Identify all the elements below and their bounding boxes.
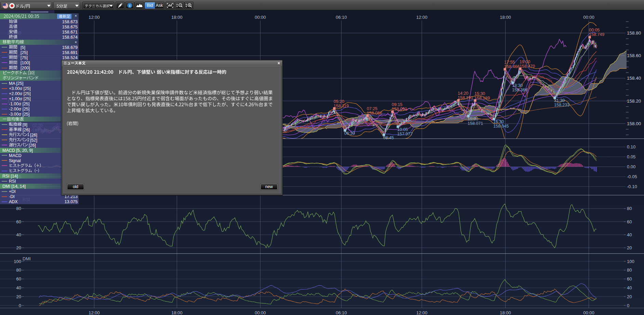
svg-text:158.045: 158.045	[493, 124, 509, 129]
svg-text:12:00: 12:00	[89, 310, 100, 315]
svg-text:40: 40	[627, 232, 632, 237]
svg-text:158.466: 158.466	[504, 64, 520, 69]
svg-text:10:05: 10:05	[397, 127, 408, 132]
svg-text:00:00: 00:00	[255, 310, 266, 315]
svg-text:40: 40	[627, 285, 632, 290]
svg-text:15:30: 15:30	[474, 91, 485, 96]
svg-text:0: 0	[627, 303, 629, 308]
svg-text:158.233: 158.233	[554, 103, 569, 107]
svg-text:158.80: 158.80	[627, 30, 641, 36]
svg-text:80: 80	[16, 267, 21, 273]
svg-text:18:00: 18:00	[171, 310, 183, 315]
svg-text:12:00: 12:00	[416, 15, 428, 20]
svg-text:158.366: 158.366	[512, 88, 527, 92]
svg-text:18:00: 18:00	[500, 310, 511, 315]
svg-text:158.00: 158.00	[627, 121, 641, 126]
svg-text:40: 40	[16, 285, 21, 290]
svg-text:06:20: 06:20	[344, 131, 355, 136]
svg-text:158.056: 158.056	[367, 111, 382, 116]
svg-text:00:00: 00:00	[583, 310, 594, 315]
svg-text:06:10: 06:10	[336, 15, 347, 20]
svg-text:06:10: 06:10	[336, 310, 347, 315]
svg-text:i: i	[129, 3, 130, 8]
svg-text:18:30: 18:30	[512, 83, 523, 88]
svg-text:60: 60	[627, 219, 632, 224]
svg-text:60: 60	[16, 276, 21, 281]
svg-text:20: 20	[627, 294, 632, 299]
svg-text:0: 0	[19, 303, 21, 308]
svg-text:00:00: 00:00	[255, 15, 266, 20]
svg-text:00:00: 00:00	[583, 15, 594, 20]
svg-text:80: 80	[627, 206, 632, 211]
svg-text:17:55: 17:55	[504, 60, 515, 65]
svg-text:08:45: 08:45	[383, 135, 394, 140]
svg-text:158.119: 158.119	[334, 104, 349, 108]
svg-text:18:00: 18:00	[171, 15, 183, 20]
svg-text:158.091: 158.091	[392, 107, 407, 111]
svg-text:20: 20	[16, 294, 21, 299]
svg-text:12:00: 12:00	[89, 15, 100, 20]
svg-text:05:20: 05:20	[334, 99, 344, 104]
svg-text:00:05: 00:05	[589, 28, 600, 32]
svg-text:158.60: 158.60	[627, 53, 641, 58]
svg-text:09:15: 09:15	[392, 102, 402, 107]
svg-text:158.749: 158.749	[589, 32, 604, 37]
svg-text:158.191: 158.191	[458, 95, 473, 100]
svg-text:20: 20	[16, 245, 21, 250]
svg-text:158.470: 158.470	[520, 64, 535, 69]
svg-text:16:30: 16:30	[493, 119, 504, 124]
svg-text:158.20: 158.20	[627, 99, 641, 104]
svg-text:157.977: 157.977	[397, 132, 413, 136]
svg-text:-0.10: -0.10	[627, 184, 637, 189]
svg-text:60: 60	[627, 276, 632, 281]
svg-text:14:20: 14:20	[458, 91, 468, 96]
svg-text:158.189: 158.189	[474, 96, 490, 101]
svg-text:DMI: DMI	[23, 256, 31, 261]
svg-text:80: 80	[627, 267, 632, 273]
svg-text:12:00: 12:00	[416, 310, 428, 315]
svg-text:158.40: 158.40	[627, 76, 641, 81]
svg-text:80: 80	[16, 206, 21, 211]
svg-text:0.10: 0.10	[627, 144, 635, 149]
svg-text:07:25: 07:25	[367, 106, 377, 111]
svg-text:15:00: 15:00	[468, 117, 478, 121]
svg-text:0.05: 0.05	[627, 154, 635, 159]
svg-text:19:00: 19:00	[520, 60, 530, 64]
svg-text:-0.05: -0.05	[627, 174, 637, 179]
svg-text:40: 40	[16, 232, 21, 237]
svg-text:100: 100	[627, 259, 634, 264]
svg-text:20: 20	[627, 245, 632, 250]
svg-text:100: 100	[14, 259, 21, 264]
svg-text:158.071: 158.071	[468, 121, 483, 126]
svg-text:21:30: 21:30	[554, 98, 565, 103]
svg-text:18:00: 18:00	[500, 15, 511, 20]
svg-text:0.00: 0.00	[627, 164, 635, 169]
svg-text:60: 60	[16, 219, 21, 224]
